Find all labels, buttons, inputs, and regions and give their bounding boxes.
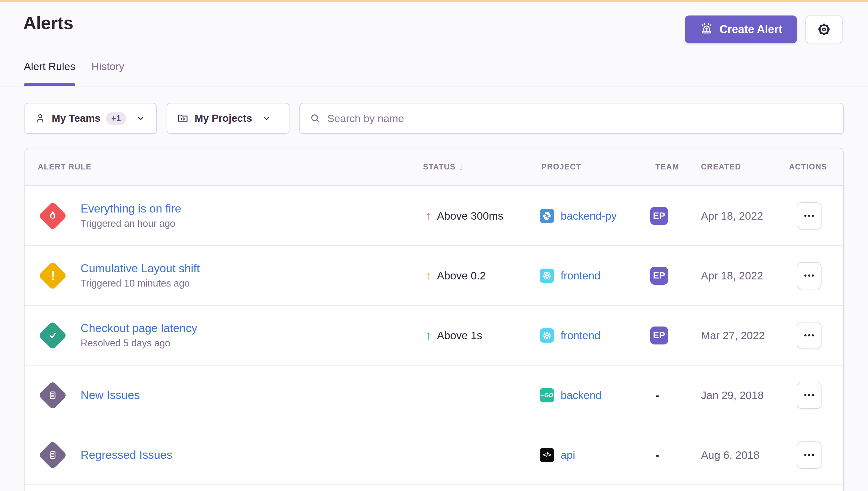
chevron-down-icon — [136, 114, 145, 123]
search-field[interactable] — [299, 103, 844, 134]
column-header-alert-rule: ALERT RULE — [25, 162, 409, 171]
teams-filter-label: My Teams — [52, 112, 101, 124]
react-platform-icon — [540, 328, 554, 343]
sort-descending-icon: ↓ — [459, 162, 464, 172]
checkmark-icon — [47, 329, 59, 342]
go-platform-icon: GO — [540, 388, 554, 402]
alert-rule-link[interactable]: Checkout page latency — [81, 322, 197, 335]
alert-rule-link[interactable]: New Issues — [81, 389, 140, 402]
team-avatar: EP — [650, 207, 668, 225]
notice-banner — [0, 0, 868, 2]
created-date: Apr 18, 2022 — [687, 269, 775, 282]
projects-filter-label: My Projects — [195, 112, 252, 124]
up-arrow-icon: ↑ — [425, 209, 431, 223]
team-none: - — [650, 389, 659, 402]
resolved-alert-badge — [38, 321, 67, 350]
alert-rules-table: ALERT RULE STATUS ↓ PROJECT TEAM CREATED… — [25, 148, 844, 491]
up-arrow-icon: ↑ — [425, 328, 431, 342]
table-row: Checkout page latency Resolved 5 days ag… — [25, 305, 843, 365]
siren-icon — [700, 23, 713, 36]
search-input[interactable] — [327, 112, 834, 124]
up-arrow-icon: ↑ — [425, 268, 431, 283]
go-logo-text: GO — [544, 392, 553, 399]
table-row: ! Cumulative Layout shift Triggered 10 m… — [25, 246, 843, 305]
column-header-project: PROJECT — [527, 162, 642, 171]
tab-alert-rules[interactable]: Alert Rules — [24, 60, 75, 86]
table-row: New Issues GO backend - Jan 29, 2018 ••• — [25, 365, 843, 425]
issues-stack-icon — [47, 389, 59, 401]
ellipsis-icon: ••• — [804, 271, 815, 280]
tab-alert-rules-label: Alert Rules — [24, 60, 75, 72]
alert-rule-subtitle: Triggered an hour ago — [81, 218, 181, 229]
alert-rule-link[interactable]: Regressed Issues — [81, 449, 172, 462]
project-folder-icon — [177, 112, 189, 124]
create-alert-button[interactable]: Create Alert — [685, 16, 797, 44]
row-actions-button[interactable]: ••• — [797, 262, 821, 289]
ellipsis-icon: ••• — [804, 330, 815, 340]
row-actions-button[interactable]: ••• — [797, 322, 821, 349]
code-brackets-glyph: </> — [543, 451, 551, 459]
projects-filter-dropdown[interactable]: My Projects — [167, 103, 289, 134]
status-header-label: STATUS — [423, 162, 455, 171]
tab-history-label: History — [91, 60, 124, 72]
project-link[interactable]: backend — [561, 389, 601, 402]
table-row: Regressed Issues </> api - Aug 6, 2018 •… — [25, 425, 843, 485]
member-icon — [34, 112, 46, 124]
api-platform-icon: </> — [540, 448, 554, 462]
page-title: Alerts — [23, 12, 73, 33]
react-platform-icon — [540, 268, 554, 283]
critical-alert-badge — [38, 201, 67, 230]
alert-rule-link[interactable]: Everything is on fire — [81, 202, 181, 215]
teams-filter-count-badge: +1 — [106, 112, 126, 125]
header-actions: Create Alert — [685, 16, 843, 44]
search-icon — [309, 112, 321, 124]
team-avatar: EP — [650, 267, 668, 285]
column-header-status[interactable]: STATUS ↓ — [409, 162, 527, 172]
status-threshold: Above 1s — [437, 329, 482, 342]
ellipsis-icon: ••• — [804, 211, 815, 221]
created-date: Jan 29, 2018 — [687, 389, 775, 402]
table-header-row: ALERT RULE STATUS ↓ PROJECT TEAM CREATED… — [25, 148, 843, 185]
table-row: Everything is on fire Triggered an hour … — [25, 185, 843, 246]
column-header-actions: ACTIONS — [775, 162, 843, 171]
project-link[interactable]: backend-py — [561, 210, 617, 222]
issue-alert-badge — [38, 381, 67, 409]
row-actions-button[interactable]: ••• — [797, 382, 821, 409]
python-platform-icon — [540, 209, 554, 223]
created-date: Apr 18, 2022 — [687, 210, 775, 222]
teams-filter-dropdown[interactable]: My Teams +1 — [25, 103, 157, 134]
ellipsis-icon: ••• — [804, 390, 815, 400]
issues-stack-icon — [47, 449, 59, 461]
column-header-created: CREATED — [687, 162, 775, 171]
team-none: - — [650, 449, 659, 462]
status-threshold: Above 0.2 — [437, 269, 486, 282]
row-actions-button[interactable]: ••• — [797, 202, 821, 230]
settings-button[interactable] — [805, 16, 843, 44]
table-row-partial — [25, 485, 843, 491]
project-link[interactable]: frontend — [561, 329, 600, 342]
chevron-down-icon — [262, 114, 271, 123]
project-link[interactable]: frontend — [561, 269, 600, 282]
column-header-team: TEAM — [642, 162, 687, 171]
gear-icon — [817, 22, 832, 37]
create-alert-label: Create Alert — [720, 23, 782, 36]
project-link[interactable]: api — [561, 449, 575, 461]
warning-alert-badge: ! — [38, 261, 67, 290]
created-date: Mar 27, 2022 — [687, 329, 775, 342]
created-date: Aug 6, 2018 — [687, 449, 775, 461]
go-speed-line — [541, 395, 543, 396]
tabs-divider — [0, 86, 868, 86]
view-tabs: Alert Rules History — [24, 60, 124, 86]
alert-rule-link[interactable]: Cumulative Layout shift — [81, 262, 200, 275]
team-avatar: EP — [650, 326, 668, 344]
row-actions-button[interactable]: ••• — [797, 441, 821, 469]
alert-rule-subtitle: Triggered 10 minutes ago — [81, 278, 200, 289]
tab-history[interactable]: History — [91, 60, 124, 86]
status-threshold: Above 300ms — [437, 210, 503, 222]
fire-icon — [47, 210, 59, 222]
issue-alert-badge — [38, 440, 67, 469]
ellipsis-icon: ••• — [804, 450, 815, 460]
exclamation-icon: ! — [51, 268, 55, 284]
alert-rule-subtitle: Resolved 5 days ago — [81, 338, 197, 349]
